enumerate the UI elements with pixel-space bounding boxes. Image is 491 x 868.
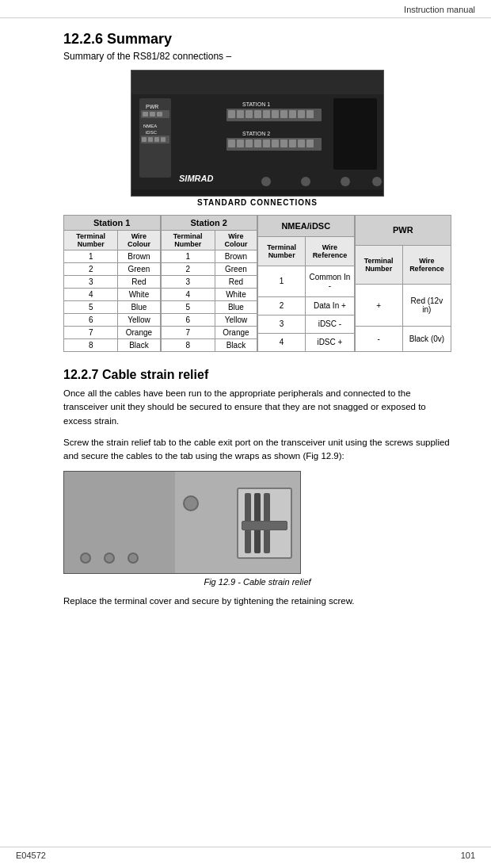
footer-right: 101 — [461, 851, 475, 860]
section-12-2-7: 12.2.7 Cable strain relief Once all the … — [63, 368, 451, 609]
section-12-2-6: 12.2.6 Summary Summary of the RS81/82 co… — [63, 31, 451, 352]
table-row: 3Red — [161, 276, 257, 289]
table-row: 6Yellow — [64, 314, 161, 327]
svg-rect-39 — [306, 140, 314, 147]
device-diagram: PWR NMEA iDSC STATION 1 — [131, 70, 384, 197]
svg-rect-40 — [333, 98, 377, 170]
table-row: +Red (12v in) — [355, 284, 451, 326]
svg-rect-15 — [161, 137, 166, 142]
svg-rect-33 — [254, 140, 261, 147]
svg-point-43 — [301, 177, 310, 186]
svg-rect-18 — [228, 110, 235, 118]
station2-table: Station 2 Terminal Number Wire Colour 1B… — [161, 215, 258, 352]
section-subtitle-1226: Summary of the RS81/82 connections – — [63, 51, 451, 62]
header-title: Instruction manual — [404, 5, 475, 14]
svg-point-42 — [261, 177, 271, 186]
svg-text:STATION 1: STATION 1 — [242, 101, 270, 107]
svg-text:NMEA: NMEA — [143, 124, 157, 128]
table-row: 1Common In - — [258, 266, 355, 296]
table-row: 1Brown — [161, 250, 257, 263]
tables-section: Station 1 Terminal Number Wire Colour 1B… — [63, 215, 451, 352]
svg-rect-14 — [154, 137, 159, 142]
para-3: Replace the terminal cover and secure by… — [63, 595, 451, 608]
table-row: 7Orange — [64, 327, 161, 339]
table-row: 5Blue — [161, 301, 257, 314]
station1-table: Station 1 Terminal Number Wire Colour 1B… — [63, 215, 161, 352]
pwr-header: PWR — [355, 216, 451, 246]
table-row: 4White — [161, 289, 257, 301]
table-row: 7Orange — [161, 327, 257, 339]
svg-rect-24 — [280, 110, 287, 118]
section-title-1226: 12.2.6 Summary — [63, 31, 451, 48]
page-footer: E04572 101 — [0, 847, 491, 860]
para-1: Once all the cables have been run to the… — [63, 387, 451, 428]
station2-col1-header: Terminal Number — [161, 231, 215, 250]
svg-rect-1 — [131, 71, 384, 94]
station2-col2-header: Wire Colour — [215, 231, 257, 250]
station2-header: Station 2 — [161, 216, 257, 231]
para-2: Screw the strain relief tab to the cable… — [63, 436, 451, 464]
table-row: 3Red — [64, 276, 161, 289]
svg-rect-13 — [148, 137, 153, 142]
figure-image: SIMRAD ON 2 — [63, 471, 301, 574]
table-row: 4White — [64, 289, 161, 301]
device-svg: PWR NMEA iDSC STATION 1 — [131, 71, 384, 197]
svg-point-44 — [341, 177, 350, 186]
svg-rect-23 — [272, 110, 279, 118]
svg-text:PWR: PWR — [146, 104, 158, 109]
nmea-idsc-table: NMEA/iDSC Terminal Number Wire Reference… — [257, 215, 355, 352]
connections-label: STANDARD CONNECTIONS — [63, 198, 451, 207]
svg-rect-8 — [157, 112, 162, 117]
table-row: 2Data In + — [258, 296, 355, 315]
footer-left: E04572 — [16, 851, 46, 860]
svg-rect-25 — [289, 110, 296, 118]
station1-header: Station 1 — [64, 216, 161, 231]
main-content: 12.2.6 Summary Summary of the RS81/82 co… — [0, 18, 491, 633]
table-row: -Black (0v) — [355, 327, 451, 352]
table-row: 2Green — [161, 263, 257, 276]
svg-rect-6 — [143, 112, 148, 117]
fig-caption: Fig 12.9 - Cable strain relief — [63, 577, 451, 587]
svg-text:SIMRAD: SIMRAD — [179, 174, 213, 183]
table-row: 5Blue — [64, 301, 161, 314]
nmea-col1-header: Terminal Number — [258, 237, 306, 266]
nmea-col2-header: Wire Reference — [306, 237, 354, 266]
svg-text:STATION 2: STATION 2 — [242, 131, 270, 136]
table-row: 8Black — [161, 339, 257, 352]
svg-rect-21 — [254, 110, 261, 118]
svg-point-45 — [372, 177, 382, 186]
svg-rect-36 — [280, 140, 287, 147]
pwr-table: PWR Terminal Number Wire Reference +Red … — [355, 215, 452, 352]
figure-container: SIMRAD ON 2 — [63, 471, 451, 587]
svg-rect-7 — [150, 112, 155, 117]
svg-rect-30 — [228, 140, 235, 147]
station1-col2-header: Wire Colour — [118, 231, 160, 250]
pwr-col1-header: Terminal Number — [355, 245, 402, 284]
svg-rect-34 — [263, 140, 270, 147]
section-title-1227: 12.2.7 Cable strain relief — [63, 368, 451, 382]
svg-rect-20 — [246, 110, 253, 118]
svg-rect-32 — [246, 140, 253, 147]
page-header: Instruction manual — [0, 0, 491, 18]
svg-rect-27 — [306, 110, 314, 118]
svg-rect-12 — [142, 137, 147, 142]
table-row: 8Black — [64, 339, 161, 352]
svg-rect-38 — [298, 140, 305, 147]
svg-rect-37 — [289, 140, 296, 147]
station1-col1-header: Terminal Number — [64, 231, 118, 250]
svg-rect-26 — [298, 110, 305, 118]
svg-rect-19 — [237, 110, 244, 118]
table-row: 4iDSC + — [258, 333, 355, 351]
table-row: 1Brown — [64, 250, 161, 263]
table-row: 6Yellow — [161, 314, 257, 327]
table-row: 2Green — [64, 263, 161, 276]
table-row: 3iDSC - — [258, 315, 355, 333]
svg-rect-35 — [272, 140, 279, 147]
pwr-col2-header: Wire Reference — [402, 245, 451, 284]
nmea-idsc-header: NMEA/iDSC — [258, 216, 355, 237]
svg-text:iDSC: iDSC — [146, 130, 158, 135]
svg-rect-22 — [263, 110, 270, 118]
svg-rect-31 — [237, 140, 244, 147]
